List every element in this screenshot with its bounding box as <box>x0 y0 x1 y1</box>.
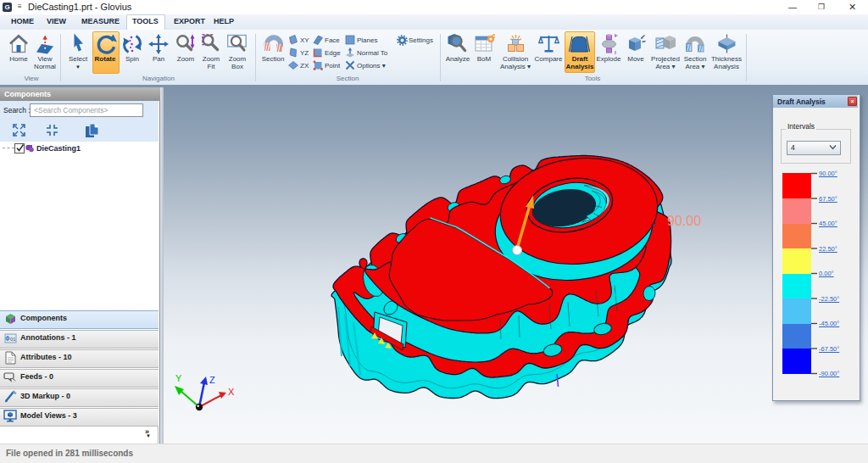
svg-text:Z: Z <box>209 375 215 385</box>
svg-text:X: X <box>228 387 235 397</box>
svg-text:01: 01 <box>10 337 16 342</box>
svg-text:Y: Y <box>175 373 182 383</box>
